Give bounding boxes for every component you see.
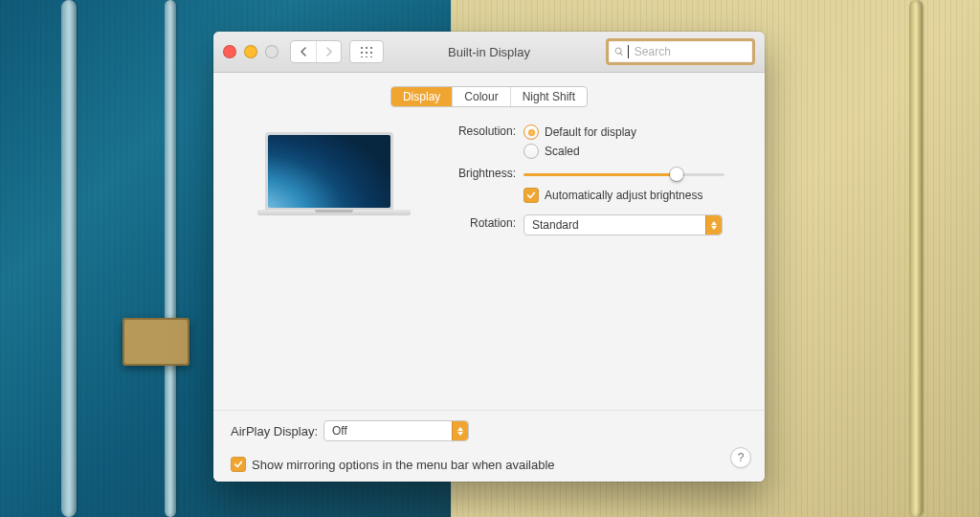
resolution-label: Resolution: <box>443 123 523 138</box>
airplay-select-value: Off <box>324 424 452 438</box>
rotation-select-value: Standard <box>524 218 705 232</box>
back-button[interactable] <box>291 41 316 62</box>
tab-night-shift[interactable]: Night Shift <box>510 87 587 106</box>
checkbox-auto-brightness-label: Automatically adjust brightness <box>545 189 702 202</box>
chevron-updown-icon <box>705 215 722 235</box>
brightness-label: Brightness: <box>443 165 523 180</box>
checkbox-show-mirroring[interactable] <box>231 457 246 472</box>
chevron-right-icon <box>325 47 333 56</box>
window-controls <box>223 45 278 58</box>
airplay-label: AirPlay Display: <box>231 420 323 438</box>
close-button[interactable] <box>223 45 236 58</box>
footer: AirPlay Display: Off Show mirroring opti… <box>213 410 765 482</box>
minimize-button[interactable] <box>244 45 257 58</box>
airplay-select[interactable]: Off <box>323 420 469 441</box>
nav-segmented-control <box>290 40 342 63</box>
search-input[interactable] <box>633 44 746 59</box>
radio-scaled-label: Scaled <box>545 145 580 158</box>
show-all-button[interactable] <box>349 40 384 63</box>
preferences-window: Built-in Display Display Colour Night Sh… <box>213 32 765 482</box>
window-titlebar: Built-in Display <box>213 32 765 73</box>
device-preview <box>238 123 420 245</box>
grid-icon <box>360 46 373 57</box>
radio-scaled[interactable] <box>523 144 539 159</box>
window-body: Display Colour Night Shift Resolution: <box>213 73 765 482</box>
tab-display[interactable]: Display <box>391 87 452 106</box>
forward-button[interactable] <box>316 41 341 62</box>
brightness-slider[interactable] <box>523 165 724 182</box>
help-button[interactable]: ? <box>730 447 751 468</box>
rotation-select[interactable]: Standard <box>523 214 723 236</box>
search-field[interactable] <box>606 38 755 65</box>
zoom-button[interactable] <box>265 45 278 58</box>
radio-default-for-display[interactable] <box>523 124 539 140</box>
slider-thumb[interactable] <box>670 168 683 181</box>
text-cursor <box>628 45 629 58</box>
macbook-icon <box>257 132 401 228</box>
search-icon <box>614 46 624 57</box>
rotation-label: Rotation: <box>443 214 523 230</box>
checkbox-auto-brightness[interactable] <box>523 188 539 203</box>
tab-bar: Display Colour Night Shift <box>213 73 765 119</box>
radio-default-label: Default for display <box>545 125 636 139</box>
chevron-left-icon <box>300 47 307 56</box>
checkbox-show-mirroring-label: Show mirroring options in the menu bar w… <box>252 458 555 472</box>
chevron-updown-icon <box>452 421 468 440</box>
tab-colour[interactable]: Colour <box>452 87 509 106</box>
